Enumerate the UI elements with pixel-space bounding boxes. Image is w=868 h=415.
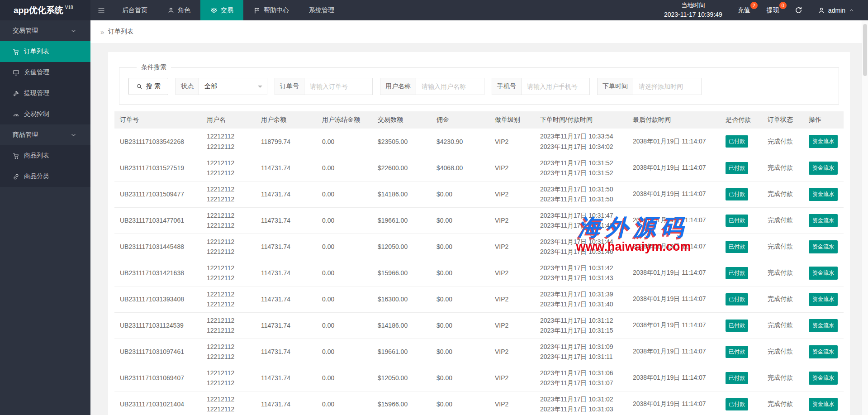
filter-label: 状态 bbox=[175, 78, 199, 95]
search-button[interactable]: 搜 索 bbox=[128, 78, 168, 95]
top-nav-item[interactable]: 系统管理 bbox=[299, 0, 344, 20]
fund-flow-button[interactable]: 资金流水 bbox=[809, 188, 838, 201]
paid-badge: 已付款 bbox=[726, 372, 748, 384]
scrollbar-thumb[interactable] bbox=[863, 24, 867, 76]
fund-flow-button[interactable]: 资金流水 bbox=[809, 293, 838, 306]
cell-amount: $12050.00 bbox=[372, 365, 431, 391]
paid-badge: 已付款 bbox=[726, 320, 748, 332]
filter-input[interactable] bbox=[633, 78, 702, 95]
top-nav-item[interactable]: 后台首页 bbox=[112, 0, 157, 20]
top-nav: 后台首页 角色 交易 帮助中心 系统管理 bbox=[112, 0, 344, 20]
table-header-cell: 是否付款 bbox=[720, 111, 762, 129]
hamburger-button[interactable] bbox=[90, 0, 112, 20]
cell-username: 1221211212212112 bbox=[201, 286, 256, 312]
cell-commission: $4068.00 bbox=[431, 155, 489, 181]
cell-paid: 已付款 bbox=[720, 207, 762, 234]
cell-frozen: 0.00 bbox=[317, 391, 372, 415]
filter-input[interactable] bbox=[521, 78, 590, 95]
cell-order-no: UB2311171031477061 bbox=[114, 207, 201, 234]
top-nav-item[interactable]: 交易 bbox=[200, 0, 243, 20]
table-row: UB2311171031097461 1221211212212112 1147… bbox=[114, 339, 844, 365]
cell-commission: $0.00 bbox=[431, 286, 489, 312]
filter-input[interactable] bbox=[304, 78, 373, 95]
cell-paid: 已付款 bbox=[720, 260, 762, 286]
cell-amount: $15966.00 bbox=[372, 260, 431, 286]
sidebar-item-icon bbox=[13, 111, 19, 118]
cell-order-no: UB2311171031421638 bbox=[114, 260, 201, 286]
cell-commission: $0.00 bbox=[431, 260, 489, 286]
admin-menu[interactable]: admin bbox=[818, 7, 854, 14]
table-row: UB2311171031421638 1221211212212112 1147… bbox=[114, 260, 844, 286]
fund-flow-button[interactable]: 资金流水 bbox=[809, 162, 838, 175]
cell-status: 完成付款 bbox=[762, 391, 803, 415]
sidebar-item[interactable]: 提现管理 bbox=[0, 83, 90, 104]
cell-status: 完成付款 bbox=[762, 207, 803, 234]
sidebar-item-label: 提现管理 bbox=[24, 89, 49, 97]
menu-icon bbox=[98, 7, 105, 14]
sidebar-item-icon bbox=[13, 90, 19, 97]
cell-balance: 114731.74 bbox=[256, 181, 317, 207]
main-area: 订单列表 条件搜索 搜 索 状态 全部 bbox=[90, 20, 868, 415]
sidebar-item-label: 商品管理 bbox=[13, 131, 38, 139]
fund-flow-button[interactable]: 资金流水 bbox=[809, 372, 838, 385]
sidebar-item[interactable]: 商品列表 bbox=[0, 145, 90, 166]
cell-last-pay-time: 2038年01月19日 11:14:07 bbox=[627, 207, 720, 234]
fund-flow-button[interactable]: 资金流水 bbox=[809, 345, 838, 358]
nav-label: 角色 bbox=[178, 6, 190, 14]
fund-flow-button[interactable]: 资金流水 bbox=[809, 135, 838, 148]
fund-flow-button[interactable]: 资金流水 bbox=[809, 319, 838, 332]
quick-link[interactable]: 提现 0 bbox=[767, 6, 779, 14]
cell-order-time: 2023年11月17日 10:31:062023年11月17日 10:31:07 bbox=[535, 365, 627, 391]
cell-amount: $19661.00 bbox=[372, 339, 431, 365]
table-row: UB2311171031527519 1221211212212112 1147… bbox=[114, 155, 844, 181]
filter-group: 下单时间 bbox=[597, 78, 702, 95]
sidebar-item[interactable]: 交易控制 bbox=[0, 104, 90, 124]
local-time-value: 2023-11-17 10:39:49 bbox=[664, 10, 722, 19]
cell-level: VIP2 bbox=[489, 339, 535, 365]
app-version: V18 bbox=[65, 5, 73, 10]
sidebar-item[interactable]: 商品分类 bbox=[0, 166, 90, 187]
cell-username: 1221211212212112 bbox=[201, 234, 256, 260]
table-header: 订单号用户名用户余额用户冻结金额交易数额佣金做单级别下单时间/付款时间最后付款时… bbox=[114, 111, 844, 129]
cell-last-pay-time: 2038年01月19日 11:14:07 bbox=[627, 234, 720, 260]
cell-order-no: UB2311171031527519 bbox=[114, 155, 201, 181]
fund-flow-button[interactable]: 资金流水 bbox=[809, 398, 838, 411]
paid-badge: 已付款 bbox=[726, 135, 748, 148]
cell-balance: 114731.74 bbox=[256, 207, 317, 234]
quick-link[interactable]: 充值 2 bbox=[738, 6, 750, 14]
cell-username: 1221211212212112 bbox=[201, 312, 256, 339]
caret-up-icon bbox=[849, 7, 854, 13]
cell-paid: 已付款 bbox=[720, 234, 762, 260]
cell-username: 1221211212212112 bbox=[201, 207, 256, 234]
fund-flow-button[interactable]: 资金流水 bbox=[809, 214, 838, 227]
cell-paid: 已付款 bbox=[720, 339, 762, 365]
cell-order-time: 2023年11月17日 10:31:472023年11月17日 10:31:48 bbox=[535, 207, 627, 234]
cell-balance: 114731.74 bbox=[256, 312, 317, 339]
nav-icon bbox=[210, 7, 218, 14]
cell-level: VIP2 bbox=[489, 129, 535, 155]
cell-level: VIP2 bbox=[489, 391, 535, 415]
sidebar-item[interactable]: 订单列表 bbox=[0, 41, 90, 62]
fund-flow-button[interactable]: 资金流水 bbox=[809, 240, 838, 253]
cell-paid: 已付款 bbox=[720, 365, 762, 391]
sidebar-item[interactable]: 交易管理 bbox=[0, 20, 90, 41]
local-time: 当地时间 2023-11-17 10:39:49 bbox=[664, 1, 722, 19]
cell-level: VIP2 bbox=[489, 155, 535, 181]
cell-commission: $4230.90 bbox=[431, 129, 489, 155]
cell-frozen: 0.00 bbox=[317, 181, 372, 207]
sidebar-item-label: 充值管理 bbox=[24, 68, 49, 76]
cell-order-no: UB2311171031097461 bbox=[114, 339, 201, 365]
filter-input[interactable] bbox=[416, 78, 484, 95]
sidebar-item[interactable]: 商品管理 bbox=[0, 124, 90, 145]
quick-link-label: 充值 bbox=[738, 6, 750, 14]
paid-badge: 已付款 bbox=[726, 241, 748, 253]
cell-order-time: 2023年11月17日 10:31:392023年11月17日 10:31:40 bbox=[535, 286, 627, 312]
cell-amount: $22600.00 bbox=[372, 155, 431, 181]
cell-amount: $19661.00 bbox=[372, 207, 431, 234]
top-nav-item[interactable]: 帮助中心 bbox=[243, 0, 299, 20]
fund-flow-button[interactable]: 资金流水 bbox=[809, 267, 838, 280]
sidebar-item[interactable]: 充值管理 bbox=[0, 62, 90, 83]
status-select[interactable]: 全部 bbox=[199, 78, 267, 95]
top-nav-item[interactable]: 角色 bbox=[157, 0, 200, 20]
refresh-button[interactable] bbox=[795, 6, 802, 14]
